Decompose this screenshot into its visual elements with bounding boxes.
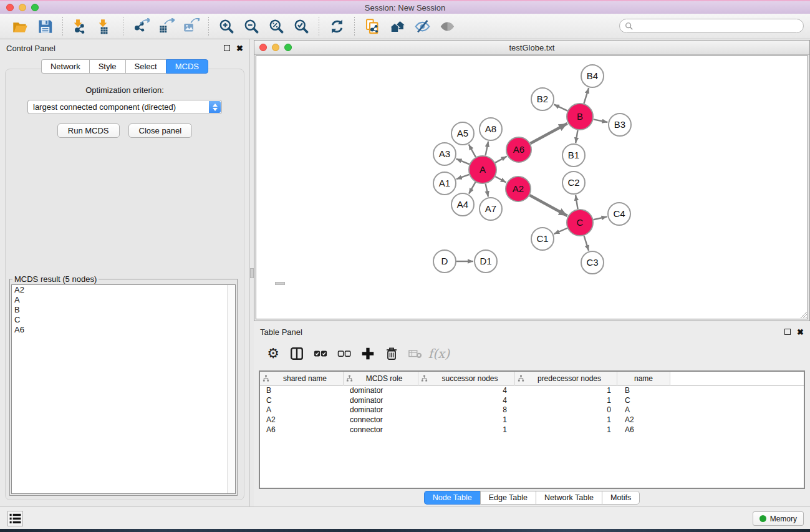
delete-columns-icon[interactable]: [382, 344, 401, 363]
new-network-from-selection-icon[interactable]: [362, 16, 383, 36]
table-cell[interactable]: 1: [418, 415, 515, 425]
table-float-icon[interactable]: [784, 329, 791, 335]
open-session-icon[interactable]: [9, 16, 31, 36]
edge-B-B3[interactable]: [594, 119, 608, 122]
table-cell[interactable]: B: [617, 385, 670, 395]
tab-style[interactable]: Style: [89, 59, 125, 74]
network-window-titlebar[interactable]: testGlobe.txt: [254, 41, 809, 55]
edge-A-A7[interactable]: [486, 184, 488, 197]
refresh-icon[interactable]: [326, 16, 347, 36]
import-network-icon[interactable]: [70, 16, 91, 36]
table-cell[interactable]: connector: [344, 415, 418, 425]
table-cell[interactable]: C: [617, 395, 670, 405]
column-header-predecessor-nodes[interactable]: predecessor nodes: [515, 372, 617, 385]
edge-A6-B[interactable]: [530, 123, 567, 143]
close-panel-icon[interactable]: ✖: [236, 44, 243, 52]
edge-A-A8[interactable]: [486, 142, 489, 156]
tab-network[interactable]: Network: [41, 59, 89, 74]
close-panel-button[interactable]: Close panel: [128, 123, 193, 138]
network-graph[interactable]: AA1A2A3A4A5A6A7A8BB1B2B3B4CC1C2C3C4DD1: [256, 56, 808, 319]
table-row[interactable]: Bdominator41B: [260, 385, 804, 395]
result-scrollbar[interactable]: [227, 285, 235, 493]
table-row[interactable]: Cdominator41C: [260, 395, 804, 405]
table-cell[interactable]: B: [260, 385, 344, 395]
table-row[interactable]: A2connector11A2: [260, 415, 804, 425]
table-cell[interactable]: 8: [418, 405, 515, 415]
edge-A-A6[interactable]: [495, 157, 507, 163]
column-header-MCDS-role[interactable]: MCDS role: [344, 372, 418, 385]
edge-A-A3[interactable]: [456, 159, 470, 165]
table-cell[interactable]: 0: [515, 405, 617, 415]
table-cell[interactable]: 1: [515, 385, 617, 395]
add-column-icon[interactable]: [359, 344, 377, 363]
mcds-result-list[interactable]: A2ABCA6: [11, 284, 236, 494]
edge-A-A4[interactable]: [469, 182, 476, 194]
resize-grip-icon[interactable]: [799, 310, 807, 318]
result-item[interactable]: A2: [12, 285, 235, 295]
tab-edge-table[interactable]: Edge Table: [480, 491, 536, 505]
edge-A-A2[interactable]: [495, 177, 506, 183]
result-item[interactable]: A: [12, 295, 235, 305]
tab-select[interactable]: Select: [125, 59, 166, 74]
table-cell[interactable]: C: [260, 395, 344, 405]
export-table-icon[interactable]: [155, 16, 176, 36]
table-cell[interactable]: A2: [617, 415, 670, 425]
table-cell[interactable]: 1: [515, 415, 617, 425]
edge-C-C3[interactable]: [584, 236, 589, 251]
edge-C-C1[interactable]: [554, 228, 567, 234]
run-mcds-button[interactable]: Run MCDS: [57, 123, 120, 138]
settings-icon[interactable]: ⚙: [264, 344, 282, 363]
zoom-in-icon[interactable]: [216, 16, 237, 36]
hide-selected-icon[interactable]: [412, 16, 433, 36]
table-cell[interactable]: 4: [418, 385, 515, 395]
show-columns-icon[interactable]: [287, 344, 306, 363]
table-cell[interactable]: A6: [260, 425, 344, 435]
table-cell[interactable]: dominator: [344, 395, 418, 405]
zoom-out-icon[interactable]: [241, 16, 262, 36]
result-item[interactable]: C: [12, 315, 235, 325]
edge-B-B2[interactable]: [554, 104, 567, 110]
table-row[interactable]: Adominator80A: [260, 405, 804, 415]
table-cell[interactable]: A: [260, 405, 344, 415]
edge-C-C2[interactable]: [576, 195, 578, 210]
unselect-all-icon[interactable]: [335, 344, 354, 363]
search-field[interactable]: [619, 19, 804, 33]
table-close-icon[interactable]: ✖: [797, 328, 804, 336]
table-cell[interactable]: A6: [617, 425, 670, 435]
import-table-icon[interactable]: [95, 16, 116, 36]
table-cell[interactable]: 1: [418, 425, 515, 435]
task-history-button[interactable]: [7, 511, 23, 526]
export-image-icon[interactable]: [180, 16, 201, 36]
float-panel-icon[interactable]: [224, 45, 230, 51]
table-cell[interactable]: A2: [260, 415, 344, 425]
tab-node-table[interactable]: Node Table: [424, 491, 480, 505]
table-cell[interactable]: A: [617, 405, 670, 415]
column-header-successor-nodes[interactable]: successor nodes: [418, 372, 515, 385]
zoom-selected-icon[interactable]: [291, 16, 312, 36]
result-item[interactable]: A6: [12, 325, 235, 335]
edge-B-B1[interactable]: [576, 130, 577, 143]
zoom-fit-icon[interactable]: [266, 16, 287, 36]
column-header-shared-name[interactable]: shared name: [260, 372, 344, 385]
table-cell[interactable]: dominator: [344, 385, 418, 395]
first-neighbors-icon[interactable]: [387, 16, 408, 36]
edge-C-C4[interactable]: [593, 216, 607, 220]
network-canvas[interactable]: AA1A2A3A4A5A6A7A8BB1B2B3B4CC1C2C3C4DD1: [256, 56, 808, 319]
save-session-icon[interactable]: [34, 16, 55, 36]
table-cell[interactable]: 4: [418, 395, 515, 405]
table-cell[interactable]: 1: [515, 395, 617, 405]
result-item[interactable]: B: [12, 305, 235, 315]
tab-network-table[interactable]: Network Table: [536, 491, 602, 505]
optimization-select[interactable]: largest connected component (directed): [27, 100, 222, 114]
table-cell[interactable]: dominator: [344, 405, 418, 415]
column-header-name[interactable]: name: [617, 372, 670, 385]
horizontal-splitter-handle[interactable]: [275, 282, 285, 285]
search-input[interactable]: [634, 22, 803, 31]
table-row[interactable]: A6connector11A6: [260, 425, 804, 435]
tab-mcds[interactable]: MCDS: [166, 59, 208, 74]
table-cell[interactable]: connector: [344, 425, 418, 435]
select-all-icon[interactable]: [311, 344, 330, 363]
edge-B-B4[interactable]: [584, 88, 589, 104]
edge-A2-C[interactable]: [529, 195, 567, 216]
tab-motifs[interactable]: Motifs: [602, 491, 640, 505]
